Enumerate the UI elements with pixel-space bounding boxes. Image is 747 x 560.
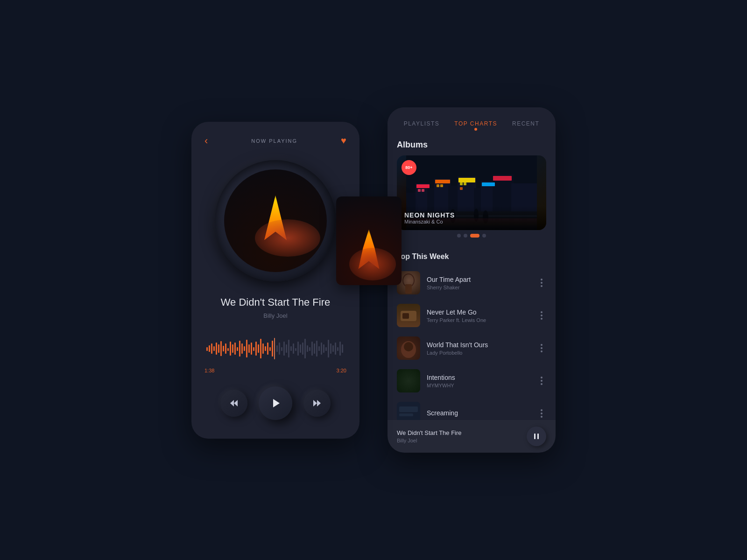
svg-rect-34: [286, 344, 287, 353]
svg-rect-22: [258, 344, 259, 353]
mini-player: We Didn't Start The Fire Billy Joel: [388, 420, 556, 453]
svg-rect-83: [422, 189, 424, 192]
mini-track-name: We Didn't Start The Fire: [397, 429, 521, 436]
album-art-container: [215, 160, 336, 281]
svg-rect-79: [458, 178, 475, 182]
svg-rect-84: [437, 184, 439, 187]
svg-marker-62: [313, 400, 317, 406]
svg-rect-25: [265, 346, 266, 351]
svg-rect-1: [209, 345, 210, 352]
track-more-5[interactable]: [537, 409, 546, 418]
svg-rect-58: [342, 344, 343, 353]
track-title: We Didn't Start The Fire: [221, 296, 330, 308]
track-name-3: World That Isn't Ours: [427, 341, 530, 349]
featured-album-card[interactable]: 80+ NEON NIGHTS Minanszaki & Co: [397, 155, 546, 230]
svg-rect-17: [246, 340, 247, 357]
tabs-row: PLAYLISTS TOP CHARTS RECENT: [388, 107, 556, 131]
svg-rect-5: [218, 344, 219, 353]
svg-rect-8: [225, 343, 226, 354]
svg-rect-21: [255, 342, 257, 356]
svg-rect-27: [269, 347, 271, 351]
svg-marker-63: [317, 400, 321, 406]
track-more-3[interactable]: [537, 343, 546, 353]
track-thumbnail-3: [397, 336, 420, 360]
svg-rect-50: [323, 344, 324, 353]
tab-recent[interactable]: RECENT: [512, 120, 539, 131]
mini-artist: Billy Joel: [397, 438, 521, 443]
current-time: 1:38: [204, 368, 214, 373]
track-artist: Billy Joel: [263, 312, 287, 319]
albums-section-title: Albums: [388, 131, 556, 155]
music-app-content[interactable]: Albums: [388, 131, 556, 453]
dot-3[interactable]: [470, 234, 479, 238]
svg-rect-31: [279, 343, 280, 355]
play-button[interactable]: [259, 386, 292, 420]
tab-top-charts[interactable]: TOP CHARTS: [454, 120, 497, 131]
svg-rect-51: [325, 347, 327, 351]
svg-rect-28: [272, 341, 273, 357]
track-item[interactable]: World That Isn't Ours Lady Portobello: [388, 332, 556, 364]
svg-rect-106: [534, 434, 536, 439]
total-time: 3:20: [337, 368, 346, 373]
track-name-1: Our Time Apart: [427, 276, 530, 283]
album-card-overlay: NEON NIGHTS Minanszaki & Co: [397, 206, 546, 230]
svg-rect-19: [251, 343, 252, 355]
track-thumbnail-4: [397, 369, 420, 392]
svg-rect-39: [297, 342, 299, 356]
track-artist-1: Sherry Shaker: [427, 285, 530, 290]
mini-pause-button[interactable]: [527, 427, 546, 446]
forward-button[interactable]: [303, 390, 331, 417]
mini-player-info: We Didn't Start The Fire Billy Joel: [397, 429, 521, 443]
now-playing-card: ‹ NOW PLAYING ♥ We Didn't Start The Fire…: [191, 122, 359, 439]
album-name: NEON NIGHTS: [404, 211, 539, 219]
svg-rect-46: [314, 343, 315, 354]
svg-rect-10: [230, 342, 231, 356]
svg-rect-16: [244, 346, 245, 351]
back-button[interactable]: ‹: [204, 135, 208, 147]
svg-rect-7: [223, 346, 224, 351]
forward-icon: [312, 398, 322, 408]
track-more-1[interactable]: [537, 278, 546, 287]
svg-rect-95: [405, 284, 412, 294]
dot-2[interactable]: [464, 234, 467, 238]
svg-rect-80: [482, 182, 495, 186]
svg-rect-56: [337, 347, 338, 351]
svg-rect-82: [418, 189, 421, 192]
top-this-week-title: Top This Week: [388, 252, 556, 266]
svg-rect-77: [416, 184, 430, 188]
track-art-2: [397, 304, 420, 327]
svg-rect-78: [435, 180, 450, 183]
track-name-2: Never Let Me Go: [427, 308, 530, 316]
svg-rect-36: [290, 346, 292, 351]
svg-rect-9: [227, 348, 229, 351]
dot-1[interactable]: [457, 234, 461, 238]
track-item[interactable]: Intentions MYMYWHY: [388, 364, 556, 397]
svg-rect-85: [440, 184, 443, 187]
svg-rect-13: [237, 347, 238, 351]
svg-rect-23: [260, 339, 261, 358]
svg-marker-59: [230, 400, 234, 406]
track-more-2[interactable]: [537, 311, 546, 320]
svg-rect-30: [276, 345, 278, 352]
svg-rect-49: [321, 343, 322, 355]
favorite-button[interactable]: ♥: [341, 135, 346, 146]
svg-point-99: [404, 342, 413, 351]
dot-4[interactable]: [482, 234, 486, 238]
svg-rect-18: [248, 344, 250, 353]
svg-rect-26: [267, 343, 268, 355]
waveform[interactable]: [204, 334, 346, 364]
carousel-dots: [397, 230, 546, 245]
track-item[interactable]: Never Let Me Go Terry Parker ft. Lewis O…: [388, 299, 556, 332]
svg-marker-60: [234, 400, 238, 406]
track-more-4[interactable]: [537, 376, 546, 385]
svg-rect-15: [241, 343, 243, 354]
svg-rect-53: [330, 343, 331, 354]
svg-rect-57: [339, 342, 341, 356]
svg-rect-40: [300, 344, 301, 353]
track-item[interactable]: Our Time Apart Sherry Shaker: [388, 266, 556, 299]
music-app-card: PLAYLISTS TOP CHARTS RECENT Albums: [388, 107, 556, 453]
svg-rect-104: [399, 406, 418, 412]
rewind-button[interactable]: [220, 390, 247, 417]
tab-playlists[interactable]: PLAYLISTS: [404, 120, 440, 131]
album-badge: 80+: [402, 160, 416, 175]
